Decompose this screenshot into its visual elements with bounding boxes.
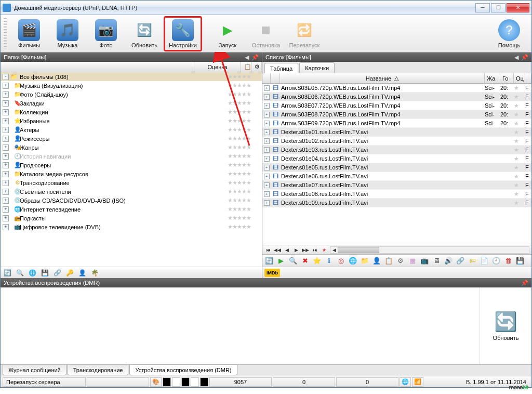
table-row[interactable]: + 🎞 Arrow.S03E06.720p.WEB.rus.LostFilm.T… — [262, 93, 531, 101]
link-icon[interactable]: 🔗 — [52, 268, 62, 278]
rating-stars[interactable]: ★★★★★ — [228, 91, 262, 98]
rate-column[interactable]: Оц — [514, 73, 525, 83]
list-icon[interactable]: 📄 — [480, 256, 489, 266]
tree-row[interactable]: + 📁 Коллекции ★★★★★ — [1, 108, 262, 116]
restart-button[interactable]: 🔁 Перезапуск — [285, 16, 324, 51]
expand-icon[interactable]: + — [264, 200, 270, 206]
settings-button[interactable]: 🔧 Настройки — [164, 16, 202, 51]
nav-prev-page-icon[interactable]: ◀◀ — [274, 246, 281, 254]
info-icon[interactable]: ℹ — [324, 256, 334, 266]
table-row[interactable]: + 🎞 Arrow.S03E08.720p.WEB.rus.LostFilm.T… — [262, 110, 531, 119]
expand-icon[interactable]: + — [264, 138, 270, 144]
nav-first-icon[interactable]: ⏮ — [264, 246, 272, 254]
save-action-icon[interactable]: 💾 — [515, 256, 525, 266]
nav-next-page-icon[interactable]: ▶▶ — [302, 246, 309, 254]
expand-icon[interactable]: + — [3, 171, 9, 177]
gear-icon[interactable]: ⚙ — [396, 256, 405, 266]
color-wheel-icon[interactable]: 🎨 — [150, 377, 162, 387]
clock-icon[interactable]: 🕘 — [491, 256, 501, 266]
tree-row[interactable]: + 📁 Каталоги медиа-ресурсов ★★★★★ — [1, 169, 262, 178]
rating-stars[interactable]: ★★★★★ — [228, 109, 262, 115]
table-row[interactable]: + 🎞 Arrow.S03E07.720p.WEB.rus.LostFilm.T… — [262, 101, 531, 110]
screen-icon[interactable]: 🖥 — [432, 256, 441, 266]
tree-row[interactable]: + 👤 Продюсеры ★★★★★ — [1, 161, 262, 169]
tree-row[interactable]: + 💿 Съемные носители ★★★★★ — [1, 187, 262, 196]
user-action-icon[interactable]: 👤 — [372, 256, 381, 266]
rating-stars[interactable]: ★★★★★ — [228, 224, 262, 230]
tab-cards[interactable]: Карточки — [299, 62, 335, 73]
rating-stars[interactable]: ★★★★★ — [228, 126, 262, 133]
panel-pin-icon[interactable]: 📌 — [251, 54, 259, 61]
films-button[interactable]: 🎬 Фильмы — [10, 16, 48, 51]
photo-button[interactable]: 📷 Фото — [87, 16, 125, 51]
expand-icon[interactable]: + — [3, 109, 9, 115]
expand-icon[interactable]: + — [3, 206, 9, 213]
music-button[interactable]: 🎵 Музыка — [48, 16, 87, 51]
file-rating[interactable]: ★ — [514, 120, 525, 127]
file-rating[interactable]: ★ — [514, 147, 525, 153]
tree-row[interactable]: + 🕘 История навигации ★★★★★ — [1, 152, 262, 161]
rating-column[interactable]: Оценка — [194, 62, 241, 72]
table-row[interactable]: + 🎞 Dexter.s01e07.rus.LostFilm.TV.avi ★ … — [262, 181, 531, 190]
expand-icon[interactable]: + — [3, 215, 9, 221]
rating-stars[interactable]: ★★★★★ — [228, 144, 262, 151]
tab-table[interactable]: Таблица — [264, 63, 298, 73]
trash-icon[interactable]: 🗑 — [503, 256, 513, 266]
tree-row[interactable]: + 🎭 Жанры ★★★★★ — [1, 143, 262, 152]
column-icon[interactable]: 📋 — [241, 62, 251, 72]
tree-row[interactable]: + 💿 Образы CD/SACD/DVD/DVD-A/BD (ISO) ★★… — [1, 196, 262, 205]
table-row[interactable]: + 🎞 Arrow.S03E09.720p.WEB.rus.LostFilm.T… — [262, 119, 531, 128]
dmr-list[interactable] — [1, 287, 480, 364]
file-rating[interactable]: ★ — [514, 182, 525, 189]
close-button[interactable]: ✕ — [507, 3, 529, 12]
name-column[interactable]: Название △ — [280, 73, 485, 83]
panel-pin-icon[interactable]: 📌 — [521, 54, 528, 61]
file-rating[interactable]: ★ — [514, 111, 525, 118]
expand-icon[interactable]: + — [3, 91, 9, 98]
expand-icon[interactable]: + — [264, 112, 270, 117]
expand-icon[interactable]: + — [3, 127, 9, 133]
rating-stars[interactable]: ★★★★★ — [228, 153, 262, 160]
folder-action-icon[interactable]: 📁 — [360, 256, 369, 266]
file-grid[interactable]: + 🎞 Arrow.S03E05.720p.WEB.rus.LostFilm.T… — [262, 84, 531, 245]
help-button[interactable]: ? Помощь — [490, 16, 528, 51]
tab-transcode[interactable]: Транскодирование — [68, 365, 129, 375]
rating-stars[interactable]: ★★★★★ — [228, 135, 262, 142]
table-row[interactable]: + 🎞 Dexter.s01e02.rus.LostFilm.TV.avi ★ … — [262, 137, 531, 146]
tree-row[interactable]: + 📁 Фото (Слайд-шоу) ★★★★★ — [1, 90, 262, 99]
expand-icon[interactable]: + — [3, 224, 9, 230]
tree-row[interactable]: + 👤 Режиссеры ★★★★★ — [1, 134, 262, 143]
save-icon[interactable]: 💾 — [40, 268, 49, 278]
file-rating[interactable]: ★ — [514, 164, 525, 171]
panel-collapse-icon[interactable]: ◀ — [243, 54, 250, 61]
tab-dmr[interactable]: Устройства воспроизведения (DMR) — [129, 365, 237, 375]
globe-icon[interactable]: 🌐 — [28, 268, 37, 278]
color-swatch[interactable] — [181, 377, 190, 387]
layers-icon[interactable]: ▦ — [408, 256, 417, 266]
tree-row[interactable]: - 📁 Все фильмы (108) ★★★★★ — [1, 72, 262, 81]
flag-icon[interactable]: 🌐 — [400, 377, 411, 387]
expand-icon[interactable]: + — [3, 189, 9, 195]
expand-icon[interactable]: + — [3, 145, 9, 151]
table-row[interactable]: + 🎞 Dexter.s01e09.rus.LostFilm.TV.avi ★ … — [262, 199, 531, 207]
expand-icon[interactable]: + — [3, 162, 9, 168]
horizontal-scrollbar[interactable]: ◀ — [330, 246, 529, 254]
folder-tree[interactable]: - 📁 Все фильмы (108) ★★★★★+ 📁 Музыка (Ви… — [1, 72, 262, 267]
nav-last-icon[interactable]: ⏭ — [311, 246, 318, 254]
color-swatch[interactable] — [172, 377, 180, 387]
sound-icon[interactable]: 🔊 — [444, 256, 453, 266]
play-icon[interactable]: ▶ — [276, 256, 286, 266]
tree-row[interactable]: + 📻 Подкасты ★★★★★ — [1, 214, 262, 222]
delete-icon[interactable]: ✖ — [300, 256, 310, 266]
expand-icon[interactable]: + — [264, 156, 270, 162]
expand-icon[interactable]: + — [3, 100, 9, 107]
expand-icon[interactable]: + — [3, 136, 9, 142]
file-rating[interactable]: ★ — [514, 102, 525, 109]
table-row[interactable]: + 🎞 Dexter.s01e01.rus.LostFilm.TV.avi ★ … — [262, 128, 531, 137]
cast-icon[interactable]: 📺 — [420, 256, 429, 266]
expand-icon[interactable]: + — [3, 180, 9, 186]
expand-icon[interactable]: + — [264, 103, 270, 109]
expand-icon[interactable]: + — [264, 191, 270, 197]
user-icon[interactable]: 👤 — [77, 268, 87, 278]
color-swatch[interactable] — [200, 377, 208, 387]
